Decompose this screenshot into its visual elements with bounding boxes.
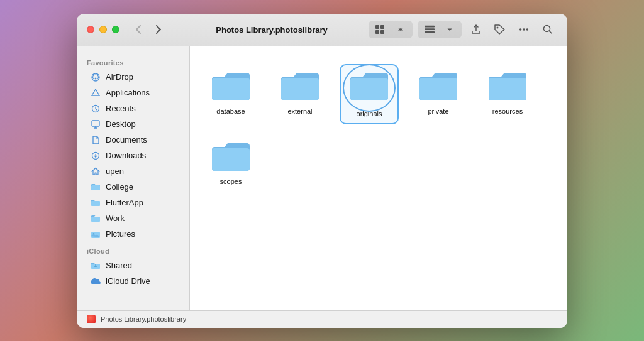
svg-point-10 bbox=[526, 28, 529, 31]
college-label: College bbox=[106, 182, 133, 192]
folder-resources-icon bbox=[487, 70, 528, 103]
svg-rect-15 bbox=[92, 121, 99, 126]
airdrop-label: AirDrop bbox=[106, 72, 133, 82]
airdrop-icon bbox=[91, 72, 101, 82]
icloud-label: iCloud bbox=[77, 242, 189, 257]
sidebar-item-applications[interactable]: Applications bbox=[80, 85, 186, 100]
favourites-label: Favourites bbox=[77, 54, 189, 69]
search-button[interactable] bbox=[538, 21, 557, 38]
svg-point-23 bbox=[95, 264, 96, 266]
svg-point-9 bbox=[523, 28, 525, 31]
folder-database-label: database bbox=[216, 107, 245, 116]
svg-rect-4 bbox=[425, 26, 435, 28]
svg-rect-19 bbox=[91, 217, 100, 222]
folder-originals-wrap bbox=[349, 70, 389, 106]
svg-rect-17 bbox=[91, 185, 100, 190]
list-view-toggle bbox=[418, 21, 462, 38]
sidebar-item-flutterapp[interactable]: FlutterApp bbox=[80, 195, 186, 210]
more-button[interactable] bbox=[514, 21, 533, 38]
sidebar-item-pictures[interactable]: Pictures bbox=[80, 227, 186, 242]
work-folder-icon bbox=[91, 214, 101, 224]
sidebar-item-documents[interactable]: Documents bbox=[80, 133, 186, 148]
view-options-button[interactable] bbox=[391, 21, 410, 38]
documents-label: Documents bbox=[106, 135, 147, 144]
list-options-button[interactable] bbox=[440, 21, 459, 38]
folder-scopes-icon bbox=[211, 141, 251, 173]
folder-scopes[interactable]: scopes bbox=[203, 136, 259, 191]
forward-button[interactable] bbox=[150, 21, 167, 38]
icloud-icon bbox=[91, 276, 101, 286]
folder-database[interactable]: database bbox=[203, 65, 259, 123]
nav-arrows bbox=[130, 21, 167, 38]
statusbar-path: Photos Library.photoslibrary bbox=[101, 315, 186, 323]
desktop-icon bbox=[91, 119, 101, 129]
sidebar-item-downloads[interactable]: Downloads bbox=[80, 148, 186, 163]
maximize-button[interactable] bbox=[112, 26, 119, 33]
sidebar-item-desktop[interactable]: Desktop bbox=[80, 117, 186, 132]
sidebar-item-airdrop[interactable]: AirDrop bbox=[80, 70, 186, 85]
close-button[interactable] bbox=[87, 26, 94, 33]
window-title: Photos Library.photoslibrary bbox=[175, 25, 369, 35]
sidebar: Favourites AirDrop Applicatio bbox=[77, 46, 190, 310]
back-button[interactable] bbox=[130, 21, 147, 38]
statusbar: Photos Library.photoslibrary bbox=[77, 310, 567, 328]
icloud-drive-label: iCloud Drive bbox=[106, 276, 150, 286]
svg-rect-18 bbox=[91, 201, 100, 206]
content-area: Favourites AirDrop Applicatio bbox=[77, 46, 567, 310]
desktop-label: Desktop bbox=[106, 119, 136, 129]
home-icon bbox=[91, 166, 101, 176]
flutterapp-folder-icon bbox=[91, 198, 101, 208]
folder-originals-label: originals bbox=[357, 109, 382, 118]
folder-private-label: private bbox=[428, 107, 448, 116]
svg-rect-2 bbox=[375, 30, 379, 34]
list-view-button[interactable] bbox=[420, 21, 439, 38]
documents-icon bbox=[91, 135, 101, 145]
folder-scopes-label: scopes bbox=[220, 177, 242, 186]
icon-view-button[interactable] bbox=[371, 21, 390, 38]
sidebar-item-recents[interactable]: Recents bbox=[80, 101, 186, 116]
share-button[interactable] bbox=[467, 21, 486, 38]
sidebar-item-college[interactable]: College bbox=[80, 180, 186, 195]
folder-private[interactable]: private bbox=[410, 65, 467, 123]
titlebar: Photos Library.photoslibrary bbox=[77, 14, 567, 46]
tag-button[interactable] bbox=[491, 21, 509, 38]
folder-resources-label: resources bbox=[492, 107, 523, 116]
folder-database-icon bbox=[211, 70, 251, 103]
sidebar-item-shared[interactable]: Shared bbox=[80, 258, 186, 273]
pictures-icon bbox=[91, 229, 101, 239]
toolbar-actions bbox=[369, 21, 557, 38]
recents-icon bbox=[91, 104, 101, 114]
svg-rect-3 bbox=[380, 30, 384, 34]
folder-external-label: external bbox=[287, 107, 312, 116]
svg-point-13 bbox=[95, 77, 97, 79]
svg-rect-1 bbox=[380, 25, 384, 29]
college-folder-icon bbox=[91, 182, 101, 192]
statusbar-app-icon bbox=[87, 315, 96, 323]
folder-external[interactable]: external bbox=[272, 65, 328, 123]
svg-point-7 bbox=[497, 27, 499, 29]
pictures-label: Pictures bbox=[106, 229, 135, 239]
sidebar-item-icloud-drive[interactable]: iCloud Drive bbox=[80, 274, 186, 289]
window-controls bbox=[87, 26, 119, 33]
sidebar-item-upen[interactable]: upen bbox=[80, 164, 186, 179]
folder-originals-icon bbox=[349, 70, 389, 103]
minimize-button[interactable] bbox=[99, 26, 107, 33]
sidebar-item-work[interactable]: Work bbox=[80, 211, 186, 226]
folder-originals[interactable]: originals bbox=[341, 65, 397, 123]
folder-private-icon bbox=[418, 70, 458, 103]
downloads-icon bbox=[91, 151, 101, 161]
svg-rect-6 bbox=[425, 31, 435, 33]
folder-external-icon bbox=[280, 70, 320, 103]
applications-icon bbox=[91, 88, 101, 98]
shared-label: Shared bbox=[106, 261, 132, 270]
upen-label: upen bbox=[106, 166, 124, 176]
work-label: Work bbox=[106, 214, 125, 223]
svg-rect-0 bbox=[375, 25, 379, 29]
applications-label: Applications bbox=[106, 88, 150, 97]
downloads-label: Downloads bbox=[106, 151, 146, 160]
svg-rect-5 bbox=[425, 28, 435, 30]
folder-resources[interactable]: resources bbox=[479, 65, 536, 123]
file-area: database external bbox=[190, 46, 567, 310]
svg-point-8 bbox=[519, 28, 522, 31]
recents-label: Recents bbox=[106, 104, 136, 113]
